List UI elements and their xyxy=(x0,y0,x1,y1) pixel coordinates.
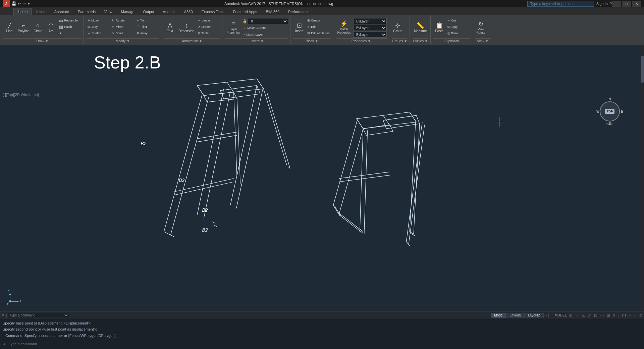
dynamic-input-icon[interactable]: ⊞ xyxy=(607,313,610,318)
linetype-select[interactable]: ByLayer xyxy=(353,25,387,31)
sign-in-button[interactable]: Sign In xyxy=(596,2,608,6)
arc-button[interactable]: ◠ Arc xyxy=(45,17,57,38)
tab-parametric[interactable]: Parametric xyxy=(73,8,100,15)
tab-view[interactable]: View xyxy=(100,8,117,15)
copy-button[interactable]: ⧉ Copy xyxy=(87,24,110,30)
trim-button[interactable]: ✂ Trim xyxy=(136,17,159,23)
paste-button[interactable]: 📋 Paste xyxy=(433,17,445,38)
svg-marker-52 xyxy=(9,293,11,295)
tab-a360[interactable]: A360 xyxy=(180,8,197,15)
fillet-button[interactable]: ⌒ Fillet xyxy=(136,24,159,30)
quick-access-undo[interactable]: ↩ xyxy=(18,1,21,6)
scale-button[interactable]: ⤡ Scale xyxy=(111,30,135,36)
tab-home[interactable]: Home xyxy=(13,8,32,15)
zoom-out-icon[interactable]: − xyxy=(629,313,631,318)
base-button[interactable]: ◎ Base xyxy=(446,30,470,36)
compass-top-button[interactable]: TOP xyxy=(605,109,614,114)
tab-performance[interactable]: Performance xyxy=(284,8,314,15)
rotate-button[interactable]: ↻ Rotate xyxy=(111,17,135,23)
hatch-button[interactable]: ▦ Hatch xyxy=(58,24,82,30)
match-layer-button[interactable]: ≈ Match Layer xyxy=(243,32,288,38)
measure-button[interactable]: 📏 Measure xyxy=(413,17,428,38)
layer-properties-button[interactable]: ≡ LayerProperties xyxy=(225,17,241,38)
match-properties-button[interactable]: ⚡ MatchProperties xyxy=(336,17,352,38)
line-button[interactable]: ╱ Line xyxy=(3,17,15,38)
linear-button[interactable]: ↔ Linear xyxy=(197,17,220,23)
polyline-button[interactable]: ⌐ Polyline xyxy=(16,17,31,38)
quick-access-redo[interactable]: ↪ xyxy=(22,1,26,6)
tab-addins[interactable]: Add-ins xyxy=(159,8,180,15)
insert-button[interactable]: ⊡ Insert xyxy=(293,17,305,38)
copy-clipboard-button[interactable]: ⧉ Copy xyxy=(446,24,470,30)
edit-block-button[interactable]: ✎ Edit xyxy=(306,24,331,30)
osnap-icon[interactable]: ⊡ xyxy=(594,313,597,318)
create-block-button[interactable]: ⊞ Create xyxy=(306,17,331,23)
step-title: Step 2.B xyxy=(94,52,161,72)
command-close-button[interactable]: ✕ xyxy=(1,313,5,318)
more-draw-button[interactable]: ▼ xyxy=(58,30,82,36)
stretch-button[interactable]: ↔ Stretch xyxy=(87,30,110,36)
color-select[interactable]: ByLayer xyxy=(353,18,387,24)
rectangle-button[interactable]: ▭ Rectangle xyxy=(58,17,82,23)
make-current-button[interactable]: ✓ Make Current xyxy=(243,25,288,31)
layout-tab-model[interactable]: Model xyxy=(491,313,506,318)
lineweight-select[interactable]: ByLayer xyxy=(353,32,387,38)
tab-express[interactable]: Express Tools xyxy=(197,8,229,15)
scroll-thumb[interactable] xyxy=(641,56,644,83)
tab-annotate[interactable]: Annotate xyxy=(50,8,73,15)
mirror-button[interactable]: ⇔ Mirror xyxy=(111,24,135,30)
command-text-input[interactable] xyxy=(7,342,641,346)
add-layout-button[interactable]: + xyxy=(543,313,549,318)
snap-icon[interactable]: ⋮ xyxy=(575,313,579,318)
tab-insert[interactable]: Insert xyxy=(32,8,50,15)
circle-icon: ○ xyxy=(36,22,40,29)
cut-button[interactable]: ✂ Cut xyxy=(446,17,470,23)
leader-icon: ↗ xyxy=(198,25,200,29)
quick-access-more[interactable]: ▼ xyxy=(27,2,31,6)
ortho-icon[interactable]: ⊾ xyxy=(582,313,585,318)
compass-circle: TOP N S E W xyxy=(600,101,620,121)
text-button[interactable]: A Text xyxy=(164,17,176,38)
layer-select[interactable]: 0 ByLayer xyxy=(248,18,288,24)
tab-bim360[interactable]: BIM 360 xyxy=(261,8,284,15)
compass: TOP N S E W WCS xyxy=(596,98,623,132)
maximize-button[interactable]: □ xyxy=(622,1,631,7)
command-input-field[interactable]: Type a command xyxy=(8,313,69,317)
lineweight-icon[interactable]: ≡ xyxy=(613,313,615,318)
layout-tab-2[interactable]: Layout2 xyxy=(525,313,543,318)
move-button[interactable]: ✛ Move xyxy=(87,17,110,23)
close-button[interactable]: ✕ xyxy=(632,1,641,7)
mirror-icon: ⇔ xyxy=(112,25,115,29)
b2-label-3: B2 xyxy=(202,207,208,213)
tab-featured[interactable]: Featured Apps xyxy=(229,8,262,15)
zoom-in-icon[interactable]: + xyxy=(634,313,636,318)
svg-text:Y: Y xyxy=(8,289,10,293)
dimension-button[interactable]: ↕ Dimension xyxy=(177,17,196,38)
array-button[interactable]: ⊞ Array xyxy=(136,30,159,36)
group-button[interactable]: ⊹ Group xyxy=(392,17,404,38)
quick-access-save[interactable]: 💾 xyxy=(11,1,16,6)
view-rotate-button[interactable]: ↻ ViewRotate xyxy=(475,17,487,38)
table-icon: ⊞ xyxy=(198,32,200,35)
grid-icon[interactable]: ⊞ xyxy=(569,313,573,318)
layer-properties-icon: ≡ xyxy=(232,21,235,27)
leader-button[interactable]: ↗ Leader xyxy=(197,24,220,30)
array-icon: ⊞ xyxy=(137,32,139,35)
edit-block-icon: ✎ xyxy=(307,25,310,29)
circle-button[interactable]: ○ Circle xyxy=(32,17,44,38)
otrack-icon[interactable]: ⋯ xyxy=(600,313,604,318)
table-button[interactable]: ⊞ Table xyxy=(197,30,220,36)
drawing-canvas[interactable]: B2 B2 B2 B2 xyxy=(0,46,640,311)
command-expand-icon[interactable]: ▲ xyxy=(3,342,6,346)
search-input[interactable] xyxy=(527,1,594,7)
polar-icon[interactable]: ◎ xyxy=(588,313,591,318)
edit-attributes-button[interactable]: ⊟ Edit Attributes xyxy=(306,30,331,36)
trim-icon: ✂ xyxy=(137,19,139,22)
tab-manage[interactable]: Manage xyxy=(117,8,139,15)
scrollbar-right[interactable] xyxy=(640,46,644,311)
layout-tab-1[interactable]: Layout1 xyxy=(506,313,525,318)
minimize-button[interactable]: ─ xyxy=(612,1,621,7)
tab-output[interactable]: Output xyxy=(139,8,159,15)
settings-icon[interactable]: ⚙ xyxy=(639,313,643,318)
polyline-icon: ⌐ xyxy=(22,22,25,29)
